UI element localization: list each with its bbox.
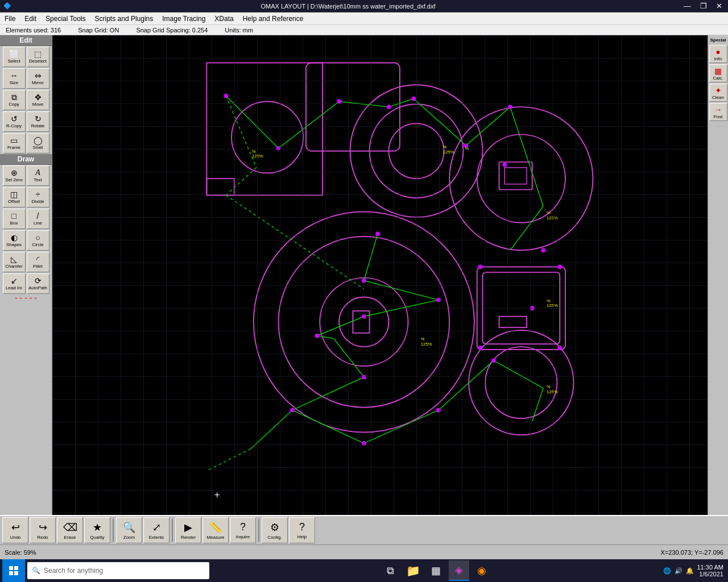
svg-line-23 (339, 101, 388, 107)
svg-line-22 (278, 101, 339, 148)
chamfer-button[interactable]: ◺ Chamfer (3, 252, 26, 272)
svg-line-24 (389, 99, 414, 107)
taskbar-omax-app[interactable]: ◈ (449, 560, 469, 581)
svg-point-61 (290, 408, 295, 413)
canvas-area[interactable]: % 125% % 125% % % 125% % 125% % 125% % 1… (52, 35, 708, 515)
help-button[interactable]: ? Help (289, 517, 315, 543)
shapes-button[interactable]: ◐ Shapes (3, 230, 26, 251)
shapes-label: Shapes (6, 242, 22, 247)
elements-used: Elements used: 316 (6, 27, 61, 34)
lead-io-button[interactable]: ↙ Lead I/o (3, 273, 26, 294)
restore-button[interactable]: ❐ (698, 2, 709, 10)
shapes-icon: ◐ (11, 234, 18, 242)
render-button[interactable]: ▶ Render (175, 517, 201, 543)
statusbar-top: Elements used: 316 Snap Grid: ON Snap Gr… (0, 25, 728, 35)
taskbar-left: 🔍 Search for anything (0, 559, 209, 582)
copy-label: Copy (9, 102, 19, 107)
zoom-button[interactable]: 🔍 Zoom (116, 517, 142, 543)
taskbar-calculator[interactable]: ▦ (426, 560, 446, 581)
menu-xdata[interactable]: XData (210, 13, 238, 24)
measure-icon: 📏 (209, 521, 222, 534)
quality-button[interactable]: ★ Quality (84, 517, 110, 543)
info-label: Info (714, 56, 722, 61)
sidebar-row-size: ↔ Size ⇔ Mirror (0, 68, 52, 89)
box-button[interactable]: □ Box (3, 209, 26, 229)
minimize-button[interactable]: — (681, 2, 693, 10)
select-icon: ⬜ (9, 50, 19, 58)
erase-button[interactable]: ⌫ Erase (57, 517, 83, 543)
svg-point-60 (362, 375, 366, 380)
svg-point-13 (320, 278, 408, 366)
taskbar-extra-app[interactable]: ◉ (471, 560, 492, 581)
svg-rect-18 (499, 317, 527, 327)
taskbar-task-view[interactable]: ⧉ (380, 560, 401, 581)
calc-label: Calc. (713, 76, 723, 81)
measure-button[interactable]: 📏 Measure (202, 517, 229, 543)
fillet-button[interactable]: ◜ Fillet (27, 252, 49, 272)
rotate-button[interactable]: ↻ Rotate (27, 111, 49, 132)
svg-line-21 (226, 96, 278, 148)
erase-label: Erase (64, 535, 76, 540)
extents-label: Extents (149, 535, 164, 540)
svg-point-59 (315, 334, 320, 338)
redo-button[interactable]: ↪ Redo (30, 517, 56, 543)
svg-point-14 (339, 297, 388, 347)
task-view-icon: ⧉ (387, 565, 394, 577)
menu-image-tracing[interactable]: Image Tracing (158, 13, 210, 24)
svg-point-53 (502, 163, 507, 167)
rcopy-button[interactable]: ↺ R-Copy (3, 111, 26, 132)
inquire-button[interactable]: ? Inquire (230, 517, 256, 543)
deselect-button[interactable]: ⬚ Deselect (27, 47, 49, 67)
rcopy-icon: ↺ (11, 115, 18, 123)
close-button[interactable]: ✕ (714, 2, 725, 10)
taskbar-center: ⧉ 📁 ▦ ◈ ◉ (380, 560, 492, 581)
offset-button[interactable]: ◫ Offset (3, 187, 26, 207)
move-button[interactable]: ✥ Move (27, 90, 49, 110)
menu-edit[interactable]: Edit (20, 13, 41, 24)
titlebar: 🔷 OMAX LAYOUT | D:\Waterjet\10mm ss wate… (0, 0, 728, 13)
svg-point-19 (469, 330, 573, 435)
frame-button[interactable]: ▭ Frame (3, 133, 26, 153)
svg-line-30 (364, 281, 439, 300)
menu-help[interactable]: Help and Reference (238, 13, 308, 24)
clean-button[interactable]: ✦ Clean (709, 84, 727, 102)
bottom-toolbar: ↩ Undo ↪ Redo ⌫ Erase ★ Quality 🔍 Zoom ⤢… (0, 515, 728, 544)
undo-button[interactable]: ↩ Undo (2, 517, 28, 543)
autopath-button[interactable]: ⟳ AutoPath (27, 273, 49, 294)
divide-button[interactable]: ÷ Divide (27, 187, 49, 207)
rotate-icon: ↻ (35, 115, 42, 123)
post-button[interactable]: → Post (709, 103, 727, 121)
calc-button[interactable]: ▦ Calc. (709, 64, 727, 82)
select-button[interactable]: ⬜ Select (3, 47, 26, 67)
line-button[interactable]: / Line (27, 209, 49, 229)
shell-icon: ◯ (34, 136, 43, 144)
menu-special-tools[interactable]: Special Tools (41, 13, 90, 24)
sidebar-row-lead: ↙ Lead I/o ⟳ AutoPath (0, 273, 52, 294)
svg-line-39 (494, 360, 543, 388)
search-bar[interactable]: 🔍 Search for anything (27, 562, 209, 579)
svg-text:125%: 125% (547, 303, 558, 308)
mirror-button[interactable]: ⇔ Mirror (27, 68, 49, 89)
setzero-button[interactable]: ⊕ Set Zero (3, 165, 26, 186)
svg-rect-86 (14, 571, 18, 575)
units: Units: mm (225, 27, 253, 34)
start-button[interactable] (2, 559, 25, 582)
svg-line-29 (364, 234, 378, 280)
svg-rect-10 (504, 168, 527, 184)
taskbar-file-explorer[interactable]: 📁 (403, 560, 424, 581)
menu-file[interactable]: File (0, 13, 20, 24)
extents-button[interactable]: ⤢ Extents (143, 517, 169, 543)
menu-scripts[interactable]: Scripts and Plugins (90, 13, 158, 24)
text-label: Text (34, 177, 42, 182)
redo-icon: ↪ (39, 521, 47, 534)
svg-text:%: % (252, 149, 256, 154)
shell-button[interactable]: ◯ Shell (27, 133, 49, 153)
config-button[interactable]: ⚙ Config. (262, 517, 288, 543)
info-button[interactable]: ● Info (709, 45, 727, 63)
extra-app-icon: ◉ (477, 564, 486, 577)
circle-button[interactable]: ○ Circle (27, 230, 49, 251)
copy-button[interactable]: ⧉ Copy (3, 90, 26, 110)
svg-rect-1 (206, 178, 234, 195)
text-button[interactable]: A Text (27, 165, 49, 186)
size-button[interactable]: ↔ Size (3, 68, 26, 89)
